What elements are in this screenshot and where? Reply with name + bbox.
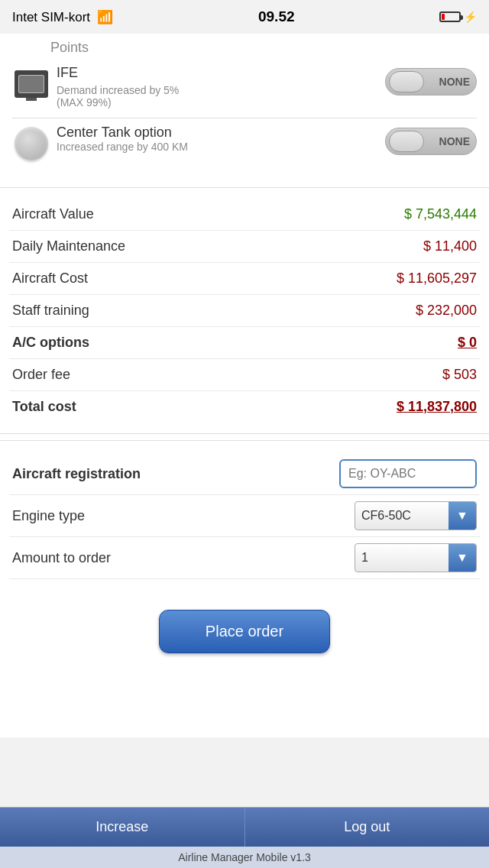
cost-value-3: $ 232,000: [416, 303, 477, 319]
cost-label-3: Staff training: [12, 303, 89, 319]
cost-label-1: Daily Maintenance: [12, 238, 125, 254]
ife-icon: [15, 70, 48, 98]
amount-to-order-row: Amount to order 1 ▼: [9, 537, 480, 579]
divider-1: [12, 118, 477, 118]
cost-row-2: Aircraft Cost $ 11,605,297: [9, 263, 480, 295]
place-order-button[interactable]: Place order: [159, 610, 330, 653]
engine-type-row: Engine type CF6-50C ▼: [9, 495, 480, 537]
registration-section: Aircraft registration Engine type CF6-50…: [0, 440, 489, 591]
ife-toggle-container: Demand increased by 5%: [57, 84, 385, 96]
ife-toggle[interactable]: NONE: [385, 68, 477, 96]
tank-toggle-label: NONE: [439, 135, 470, 147]
ife-option-icon: [12, 65, 50, 103]
ife-desc2: (MAX 99%): [57, 96, 385, 108]
cost-label-4: A/C options: [12, 335, 89, 351]
ife-title: IFE: [57, 65, 385, 81]
amount-to-order-label: Amount to order: [12, 550, 111, 566]
ife-option-row: IFE Demand increased by 5% (MAX 99%) NON…: [12, 62, 477, 108]
cost-row-1: Daily Maintenance $ 11,400: [9, 231, 480, 263]
tank-desc: Increased range by 400 KM: [57, 141, 385, 153]
cost-row-3: Staff training $ 232,000: [9, 295, 480, 327]
cost-value-5: $ 503: [442, 367, 477, 383]
cost-row-5: Order fee $ 503: [9, 359, 480, 391]
app-version: Airline Manager Mobile v1.3: [0, 847, 489, 868]
bottom-bar: Increase Log out Airline Manager Mobile …: [0, 807, 489, 868]
engine-type-label: Engine type: [12, 508, 85, 524]
cost-row-0: Aircraft Value $ 7,543,444: [9, 199, 480, 231]
battery-area: ⚡: [439, 11, 477, 23]
divider-2: [0, 187, 489, 188]
status-bar: Intet SIM-kort 📶 09.52 ⚡: [0, 0, 489, 34]
divider-3: [0, 433, 489, 434]
cost-value-0: $ 7,543,444: [404, 206, 477, 222]
cost-section: Aircraft Value $ 7,543,444 Daily Mainten…: [0, 191, 489, 430]
time-label: 09.52: [258, 8, 295, 25]
ife-toggle-label: NONE: [439, 76, 470, 88]
tank-toggle-knob: [389, 131, 424, 152]
increase-button[interactable]: Increase: [0, 807, 245, 847]
engine-type-dropdown[interactable]: CF6-50C ▼: [355, 501, 477, 530]
cost-row-6: Total cost $ 11,837,800: [9, 391, 480, 423]
ife-option-text: IFE Demand increased by 5% (MAX 99%): [57, 65, 385, 108]
tank-option-text: Center Tank option Increased range by 40…: [57, 125, 385, 153]
registration-label: Aircraft registration: [12, 466, 141, 482]
logout-button[interactable]: Log out: [245, 807, 490, 847]
points-label: Points: [12, 40, 477, 56]
place-order-section: Place order: [0, 591, 489, 669]
ife-toggle-knob: [389, 71, 424, 92]
carrier-label: Intet SIM-kort 📶: [12, 9, 113, 25]
battery-icon: [439, 11, 461, 22]
amount-to-order-arrow: ▼: [449, 543, 476, 572]
tank-title: Center Tank option: [57, 125, 385, 141]
tank-option-row: Center Tank option Increased range by 40…: [12, 121, 477, 163]
engine-type-value: CF6-50C: [355, 509, 449, 523]
options-section: Points IFE Demand increased by 5% (MAX 9…: [0, 34, 489, 184]
cost-row-4: A/C options $ 0: [9, 327, 480, 359]
cost-value-4: $ 0: [458, 335, 477, 351]
amount-to-order-dropdown[interactable]: 1 ▼: [355, 543, 477, 572]
cost-label-2: Aircraft Cost: [12, 270, 88, 287]
tank-icon: [15, 127, 48, 160]
cost-value-1: $ 11,400: [423, 238, 477, 254]
cost-label-5: Order fee: [12, 367, 70, 383]
registration-row: Aircraft registration: [9, 453, 480, 495]
ife-screen: [18, 75, 44, 93]
engine-type-arrow: ▼: [449, 501, 476, 530]
bolt-icon: ⚡: [464, 11, 477, 23]
amount-to-order-value: 1: [355, 551, 449, 565]
bottom-buttons: Increase Log out: [0, 807, 489, 847]
cost-label-6: Total cost: [12, 399, 76, 415]
registration-input[interactable]: [339, 459, 477, 488]
tank-toggle[interactable]: NONE: [385, 128, 477, 155]
cost-value-2: $ 11,605,297: [397, 270, 477, 287]
tank-option-icon: [12, 125, 50, 163]
carrier-text: Intet SIM-kort: [12, 10, 90, 24]
ife-desc: Demand increased by 5%: [57, 84, 179, 96]
cost-label-0: Aircraft Value: [12, 206, 94, 222]
cost-value-6: $ 11,837,800: [397, 399, 477, 415]
